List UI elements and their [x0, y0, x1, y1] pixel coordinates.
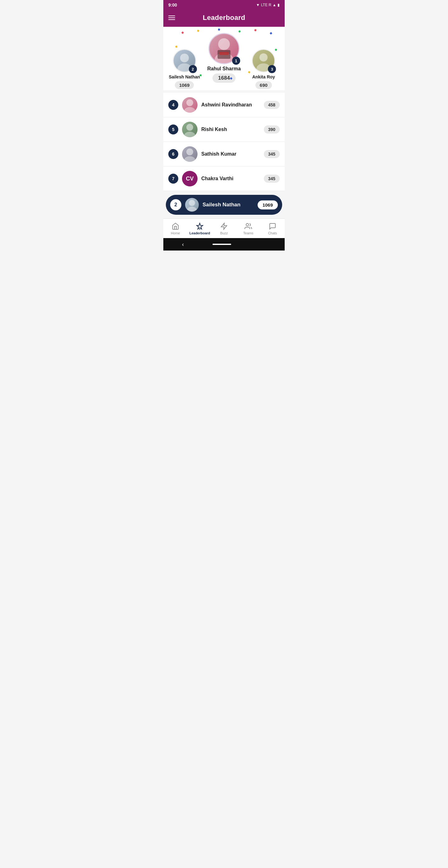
player-name-3rd: Ankita Roy — [252, 74, 275, 80]
svg-point-11 — [184, 132, 195, 137]
player-card-1st[interactable]: 1 Rahul Sharma 1684 — [205, 33, 242, 83]
back-arrow[interactable]: ‹ — [182, 241, 184, 248]
confetti-piece — [254, 29, 257, 31]
svg-point-18 — [246, 223, 249, 226]
home-pill[interactable] — [213, 244, 231, 245]
list-item[interactable]: 4 Ashwini Ravindharan 458 — [163, 93, 285, 117]
list-score: 458 — [264, 101, 280, 109]
svg-point-14 — [189, 200, 195, 206]
score-3rd: 690 — [255, 81, 272, 89]
nav-item-chats[interactable]: Chats — [260, 221, 285, 236]
svg-point-9 — [184, 107, 195, 113]
teams-icon — [245, 222, 252, 230]
nav-item-home[interactable]: Home — [163, 221, 188, 236]
current-user-bar[interactable]: 2 Sailesh Nathan 1069 — [166, 195, 282, 215]
avatar-initials: CV — [186, 176, 193, 182]
list-avatar — [182, 146, 197, 162]
nav-label-chats: Chats — [268, 231, 277, 235]
svg-point-10 — [186, 124, 193, 131]
rank-badge-3rd: 3 — [268, 65, 276, 73]
app-header: Leaderboard — [163, 10, 285, 27]
nav-item-buzz[interactable]: Buzz — [212, 221, 236, 236]
status-bar: 9:00 ▼ LTE R ▲ ▮ — [163, 0, 285, 10]
battery-icon: ▮ — [278, 3, 280, 7]
top3-section: 2 Sailesh Nathan 1069 1 — [163, 27, 285, 90]
list-item[interactable]: 6 Sathish Kumar 345 — [163, 142, 285, 166]
rank-circle: 4 — [168, 100, 178, 110]
leaderboard-list: 4 Ashwini Ravindharan 458 5 Rishi Kesh 3… — [163, 93, 285, 191]
page-title: Leaderboard — [175, 14, 273, 22]
status-time: 9:00 — [168, 2, 177, 7]
top3-row: 2 Sailesh Nathan 1069 1 — [166, 33, 282, 83]
leaderboard-icon — [196, 222, 203, 230]
avatar-wrapper-3rd: 3 — [252, 49, 275, 72]
list-name: Chakra Varthi — [201, 176, 260, 181]
status-icons: ▼ LTE R ▲ ▮ — [256, 3, 280, 7]
rank-circle: 5 — [168, 124, 178, 134]
list-name: Sathish Kumar — [201, 151, 260, 157]
nav-label-home: Home — [171, 231, 180, 235]
rank-badge-2nd: 2 — [189, 65, 197, 73]
wifi-icon: ▼ — [256, 3, 260, 7]
nav-label-teams: Teams — [243, 231, 253, 235]
rank-circle: 6 — [168, 149, 178, 159]
list-avatar — [182, 97, 197, 113]
svg-point-2 — [218, 38, 230, 50]
score-1st: 1684 — [213, 73, 235, 83]
player-card-3rd[interactable]: 3 Ankita Roy 690 — [245, 49, 282, 89]
svg-rect-5 — [219, 52, 229, 55]
confetti-piece — [197, 30, 199, 32]
svg-point-6 — [259, 53, 267, 61]
player-name-1st: Rahul Sharma — [207, 66, 241, 71]
list-name: Rishi Kesh — [201, 127, 260, 132]
home-icon — [172, 222, 179, 230]
current-user-score: 1069 — [258, 200, 278, 210]
svg-point-12 — [186, 149, 193, 155]
current-user-name: Sailesh Nathan — [202, 202, 254, 208]
score-2nd: 1069 — [175, 81, 194, 89]
list-item[interactable]: 7 CV Chakra Varthi 345 — [163, 166, 285, 191]
hamburger-menu[interactable] — [168, 16, 175, 20]
svg-point-0 — [180, 54, 189, 62]
nav-label-buzz: Buzz — [220, 231, 228, 235]
current-user-avatar — [185, 198, 199, 212]
list-score: 345 — [264, 150, 280, 158]
list-avatar: CV — [182, 171, 197, 186]
nav-item-leaderboard[interactable]: Leaderboard — [188, 221, 212, 236]
list-name: Ashwini Ravindharan — [201, 102, 260, 108]
current-user-rank: 2 — [170, 199, 181, 210]
bottom-nav: Home Leaderboard Buzz Teams Chats — [163, 218, 285, 238]
player-name-2nd: Sailesh Nathan — [169, 74, 200, 80]
lte-icon: LTE R — [261, 3, 271, 7]
avatar-wrapper-2nd: 2 — [173, 49, 196, 72]
list-score: 390 — [264, 125, 280, 133]
list-avatar — [182, 122, 197, 137]
signal-icon: ▲ — [273, 3, 276, 7]
nav-label-leaderboard: Leaderboard — [189, 231, 210, 235]
buzz-icon — [220, 222, 228, 230]
system-nav: ‹ — [163, 238, 285, 251]
svg-point-8 — [186, 99, 193, 106]
svg-point-16 — [199, 229, 200, 230]
list-score: 345 — [264, 175, 280, 183]
rank-circle: 7 — [168, 174, 178, 184]
confetti-piece — [238, 30, 241, 33]
nav-item-teams[interactable]: Teams — [236, 221, 260, 236]
svg-point-15 — [187, 207, 197, 212]
list-item[interactable]: 5 Rishi Kesh 390 — [163, 117, 285, 142]
rank-badge-1st: 1 — [232, 57, 240, 65]
chats-icon — [269, 222, 276, 230]
player-card-2nd[interactable]: 2 Sailesh Nathan 1069 — [166, 49, 203, 89]
confetti-piece — [218, 28, 220, 31]
svg-point-13 — [184, 156, 195, 162]
svg-marker-17 — [221, 223, 227, 229]
avatar-wrapper-1st: 1 — [209, 33, 239, 64]
